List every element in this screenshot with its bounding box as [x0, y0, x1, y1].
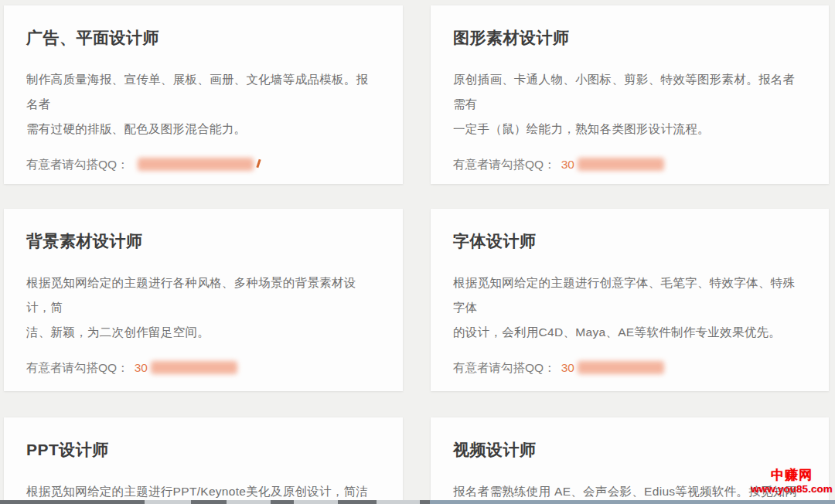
qq-number-redacted-blur — [138, 158, 254, 171]
job-description: 原创插画、卡通人物、小图标、剪影、特效等图形素材。报名者需有 一定手（鼠）绘能力… — [453, 67, 806, 141]
site-watermark: 中赚网 www.you85.com — [748, 468, 835, 495]
watermark-site-url: www.you85.com — [748, 484, 835, 495]
bottom-bar-light-segment — [294, 500, 338, 504]
qq-number-digits: 30 — [561, 158, 574, 171]
watermark-site-name: 中赚网 — [748, 468, 835, 483]
recruitment-page: { "colors": { "page_background": "#f1f1e… — [0, 0, 835, 504]
job-description-line: 制作高质量海报、宣传单、展板、画册、文化墙等成品模板。报名者 — [26, 67, 380, 117]
job-description-line: 根据觅知网给定的主题进行创意字体、毛笔字、特效字体、特殊字体 — [453, 271, 806, 320]
job-title: 背景素材设计师 — [26, 230, 380, 252]
job-title: 广告、平面设计师 — [26, 27, 380, 49]
contact-line: 有意者请勾搭QQ：30 — [453, 359, 806, 376]
qq-number-redacted-blur — [151, 361, 237, 374]
job-title: 视频设计师 — [453, 439, 806, 461]
job-description: 制作高质量海报、宣传单、展板、画册、文化墙等成品模板。报名者 需有过硬的排版、配… — [26, 67, 380, 141]
job-card-ppt-designer: PPT设计师 根据觅知网给定的主题进行PPT/Keynote美化及原创设计，简洁… — [4, 417, 403, 504]
job-card-font-designer: 字体设计师 根据觅知网给定的主题进行创意字体、毛笔字、特效字体、特殊字体 的设计… — [431, 209, 829, 391]
job-description-line: 需有过硬的排版、配色及图形混合能力。 — [26, 117, 380, 141]
contact-line: 有意者请勾搭QQ： — [26, 156, 380, 173]
contact-label: 有意者请勾搭QQ： — [26, 158, 129, 171]
job-description-line: 原创插画、卡通人物、小图标、剪影、特效等图形素材。报名者需有 — [453, 67, 806, 117]
bottom-bar-light-segment — [145, 500, 191, 504]
job-description-line: 洁、新颖，为二次创作留足空间。 — [26, 320, 380, 345]
qq-number-digits: 30 — [561, 361, 574, 374]
job-description: 根据觅知网给定的主题进行创意字体、毛笔字、特效字体、特殊字体 的设计，会利用C4… — [453, 271, 806, 345]
contact-label: 有意者请勾搭QQ： — [453, 158, 556, 171]
contact-label: 有意者请勾搭QQ： — [453, 361, 556, 374]
bottom-bar-light-segment — [377, 500, 420, 504]
job-description: 根据觅知网给定的主题进行各种风格、多种场景的背景素材设计，简 洁、新颖，为二次创… — [26, 271, 380, 345]
qq-number-redacted-blur — [578, 361, 664, 374]
job-title: 字体设计师 — [453, 230, 806, 252]
bottom-edge-bar-right-segment — [430, 500, 835, 504]
contact-line: 有意者请勾搭QQ：30 — [26, 359, 380, 376]
qq-number-digits: 30 — [135, 361, 148, 374]
contact-line: 有意者请勾搭QQ：30 — [453, 156, 806, 173]
contact-label: 有意者请勾搭QQ： — [26, 361, 129, 374]
qq-number-redacted-blur — [578, 158, 664, 171]
job-card-background-asset-designer: 背景素材设计师 根据觅知网给定的主题进行各种风格、多种场景的背景素材设计，简 洁… — [4, 209, 403, 391]
job-card-graphic-designer: 广告、平面设计师 制作高质量海报、宣传单、展板、画册、文化墙等成品模板。报名者 … — [4, 5, 403, 184]
job-description-line: 的设计，会利用C4D、Maya、AE等软件制作专业效果优先。 — [453, 320, 806, 345]
bottom-edge-bar — [0, 500, 835, 504]
redaction-tick-mark — [256, 159, 261, 168]
job-card-graphic-asset-designer: 图形素材设计师 原创插画、卡通人物、小图标、剪影、特效等图形素材。报名者需有 一… — [431, 5, 829, 184]
job-description-line: 一定手（鼠）绘能力，熟知各类图形设计流程。 — [453, 117, 806, 141]
job-title: 图形素材设计师 — [453, 27, 806, 49]
job-description-line: 根据觅知网给定的主题进行各种风格、多种场景的背景素材设计，简 — [26, 271, 380, 320]
job-title: PPT设计师 — [26, 439, 380, 461]
bottom-bar-light-segment — [227, 500, 271, 504]
bottom-edge-bar-left-segment — [0, 500, 430, 504]
